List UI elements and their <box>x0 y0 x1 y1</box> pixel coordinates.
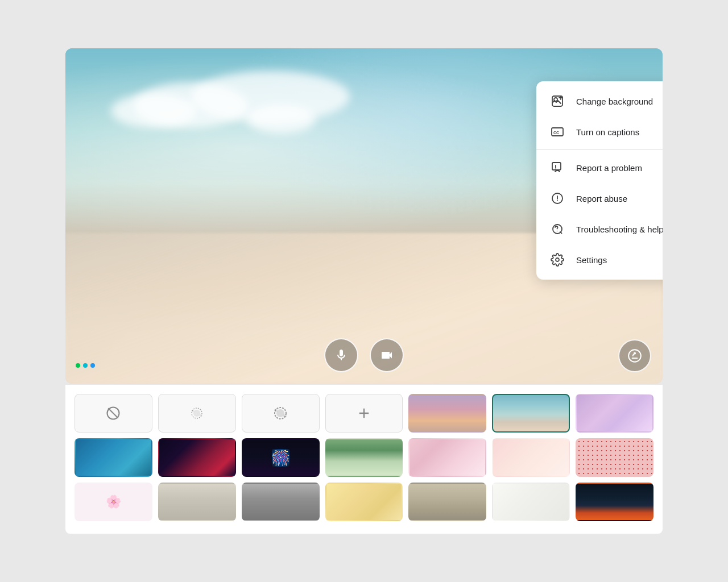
menu-label-report-problem: Report a problem <box>576 163 642 173</box>
menu-divider-1 <box>536 149 663 150</box>
background-grid-row-2: 🎆 <box>75 438 653 477</box>
svg-point-10 <box>555 168 556 169</box>
menu-label-report-abuse: Report abuse <box>576 194 627 203</box>
background-grid-row-1 <box>75 394 653 433</box>
bg-option-purple-clouds[interactable] <box>576 394 653 433</box>
svg-point-22 <box>276 409 284 417</box>
bg-option-pink-scatter[interactable]: 🌸 <box>75 483 152 521</box>
svg-point-18 <box>193 410 200 417</box>
background-icon <box>550 94 565 109</box>
svg-point-24 <box>274 409 278 412</box>
bg-option-office-desk[interactable] <box>158 483 236 521</box>
menu-label-change-background: Change background <box>576 97 653 106</box>
dot-blue <box>90 363 95 368</box>
svg-point-13 <box>557 200 558 201</box>
bg-option-tower-books[interactable] <box>408 483 486 521</box>
menu-label-settings: Settings <box>576 255 607 265</box>
menu-label-turn-on-captions: Turn on captions <box>576 127 639 137</box>
bg-option-add-custom[interactable] <box>325 394 403 433</box>
video-area: Change background CC Turn on captions <box>65 48 663 384</box>
cloud-decoration-3 <box>111 94 196 128</box>
report-problem-icon <box>550 160 565 175</box>
menu-label-troubleshooting: Troubleshooting & help <box>576 225 663 234</box>
bg-option-sunset-sky[interactable] <box>408 394 486 433</box>
more-options-button[interactable] <box>618 339 651 372</box>
svg-point-25 <box>283 414 287 418</box>
menu-item-turn-on-captions[interactable]: CC Turn on captions <box>536 117 663 147</box>
bg-option-fireworks[interactable]: 🎆 <box>242 438 320 477</box>
bg-option-blue-water[interactable] <box>75 438 152 477</box>
menu-item-settings[interactable]: Settings <box>536 244 663 275</box>
bg-option-pink-dots[interactable] <box>576 438 653 477</box>
svg-point-14 <box>557 231 558 232</box>
background-picker: 🎆 🌸 <box>65 385 663 534</box>
menu-item-report-abuse[interactable]: Report abuse <box>536 183 663 214</box>
bg-option-blur-light[interactable] <box>158 394 236 433</box>
bg-option-night-city[interactable] <box>576 483 653 521</box>
cloud-decoration-4 <box>247 105 316 134</box>
status-dots <box>76 363 95 368</box>
troubleshooting-icon <box>550 222 565 236</box>
svg-line-17 <box>109 408 119 418</box>
bg-option-pink-soft[interactable] <box>492 438 570 477</box>
menu-item-change-background[interactable]: Change background <box>536 86 663 117</box>
bottom-controls <box>324 338 404 372</box>
main-container: Change background CC Turn on captions <box>65 48 663 534</box>
svg-point-1 <box>634 353 635 354</box>
bg-option-flowers-arch[interactable] <box>325 438 403 477</box>
menu-item-report-problem[interactable]: Report a problem <box>536 152 663 183</box>
dot-teal <box>83 363 88 368</box>
bg-option-cherry-blossoms[interactable] <box>408 438 486 477</box>
context-menu: Change background CC Turn on captions <box>536 81 663 280</box>
svg-point-15 <box>556 258 559 261</box>
svg-point-0 <box>628 350 641 362</box>
bg-option-industrial[interactable] <box>242 483 320 521</box>
svg-rect-8 <box>552 163 561 170</box>
menu-item-troubleshooting[interactable]: Troubleshooting & help <box>536 214 663 244</box>
bg-option-white-room[interactable] <box>492 483 570 521</box>
camera-button[interactable] <box>370 338 404 372</box>
settings-icon <box>550 252 565 267</box>
dot-green <box>76 363 80 368</box>
bg-option-beach-selected[interactable] <box>492 394 570 433</box>
bg-option-none[interactable] <box>75 394 152 433</box>
svg-point-21 <box>200 414 202 417</box>
bg-option-blur-heavy[interactable] <box>242 394 320 433</box>
svg-point-20 <box>192 410 195 413</box>
background-grid-row-3: 🌸 <box>75 483 653 521</box>
svg-text:CC: CC <box>553 131 559 135</box>
captions-icon: CC <box>550 124 565 139</box>
microphone-button[interactable] <box>324 338 358 372</box>
bg-option-galaxy[interactable] <box>158 438 236 477</box>
bg-option-sunny-room[interactable] <box>325 483 403 521</box>
report-abuse-icon <box>550 191 565 206</box>
